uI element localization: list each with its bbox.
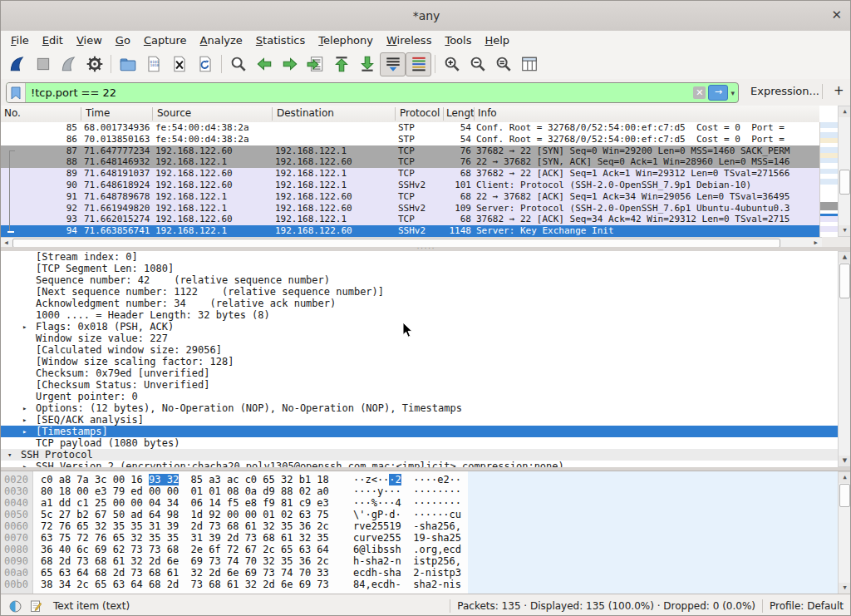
column-divider[interactable] [443,107,444,121]
menu-item-statistics[interactable]: Statistics [249,32,312,48]
packet-row[interactable]: 8568.001734936fe:54:00:d4:38:2aSTP54Conf… [1,122,819,134]
scroll-up-icon[interactable]: ▲ [839,106,851,117]
column-divider[interactable] [81,107,81,121]
restart-capture-button[interactable] [56,52,81,76]
hex-row[interactable]: 00a065 63 64 68 2d 73 68 61 32 2d 6e 69 … [1,567,838,579]
intelligent-scrollbar-minimap[interactable] [819,122,839,237]
hex-row[interactable]: 00b038 34 2c 65 63 64 68 2d 73 68 61 32 … [1,579,838,590]
filter-apply-icon[interactable]: → [708,85,728,101]
expression-button[interactable]: Expression... [750,85,819,97]
detail-line[interactable]: [Window size scaling factor: 128] [1,356,838,367]
hex-row[interactable]: 00505c 27 b2 67 50 ad 64 98 1d 92 00 00 … [1,509,838,520]
find-packet-button[interactable] [225,52,251,76]
scroll-up-icon[interactable]: ▲ [839,252,851,263]
bytes-vscrollbar[interactable]: ▲ ▼ [838,471,851,594]
scroll-up-icon[interactable]: ▲ [839,472,851,483]
capture-comment-button[interactable] [30,599,42,613]
menu-item-wireless[interactable]: Wireless [380,32,438,48]
scroll-down-icon[interactable]: ▼ [839,583,851,594]
save-capture-file-button[interactable]: 01011010 [140,52,166,76]
detail-line[interactable]: [Next sequence number: 1122 (relative se… [1,286,838,298]
packet-row[interactable]: 8670.013850163fe:54:00:d4:38:2aSTP54Conf… [1,134,819,145]
detail-line[interactable]: ▾SSH Protocol [1,449,838,461]
zoom-in-button[interactable] [439,52,465,76]
go-back-button[interactable] [251,52,277,76]
column-header-protocol[interactable]: Protocol [400,107,440,119]
go-last-packet-button[interactable] [354,52,380,76]
menu-item-help[interactable]: Help [478,32,516,48]
detail-line[interactable]: Acknowledgment number: 34 (relative ack … [1,298,838,309]
add-filter-button[interactable]: + [834,83,844,98]
detail-line[interactable]: Urgent pointer: 0 [1,391,838,402]
column-header-info[interactable]: Info [478,107,497,119]
display-filter-input[interactable]: !tcp.port == 22 [26,86,693,99]
detail-line[interactable]: Checksum: 0x79ed [unverified] [1,367,838,379]
filter-bookmark-button[interactable] [7,83,26,102]
menu-item-tools[interactable]: Tools [438,32,478,48]
packet-row[interactable]: 8771.647777234192.168.122.60192.168.122.… [1,145,819,157]
column-divider[interactable] [272,107,273,121]
packet-row[interactable]: 9171.648789678192.168.122.1192.168.122.6… [1,191,819,203]
detail-line[interactable]: ▸[SEQ/ACK analysis] [1,414,838,426]
column-header-time[interactable]: Time [86,107,110,119]
menu-item-telephony[interactable]: Telephony [312,32,380,48]
hex-row[interactable]: 0020c0 a8 7a 3c 00 16 93 32 85 a3 ac c0 … [1,474,838,485]
detail-line[interactable]: TCP payload (1080 bytes) [1,437,838,449]
filter-clear-icon[interactable]: ✕ [693,86,706,99]
status-profile[interactable]: Profile: Default [770,600,844,612]
packet-row[interactable]: 9371.662015274192.168.122.60192.168.122.… [1,214,819,225]
detail-line[interactable]: [TCP Segment Len: 1080] [1,263,838,274]
packet-row[interactable]: 9271.661949820192.168.122.1192.168.122.6… [1,203,819,214]
scroll-right-icon[interactable]: ▶ [810,239,821,247]
reload-capture-file-button[interactable] [192,52,218,76]
scroll-down-icon[interactable]: ▼ [839,225,851,236]
go-to-packet-button[interactable] [303,52,328,76]
close-icon[interactable]: ✕ [831,7,842,22]
scroll-down-icon[interactable]: ▼ [839,456,851,466]
scrollbar-thumb[interactable] [839,170,850,195]
stop-capture-button[interactable] [30,52,56,76]
expert-info-button[interactable] [9,600,22,613]
display-filter-box[interactable]: !tcp.port == 22 ✕ → ▾ [6,82,739,103]
column-header-no[interactable]: No. [4,107,21,119]
close-capture-file-button[interactable] [166,52,192,76]
detail-line[interactable]: 1000 .... = Header Length: 32 bytes (8) [1,309,838,321]
expanded-arrow-icon[interactable]: ▾ [7,449,12,461]
packet-row[interactable]: 9471.663856741192.168.122.1192.168.122.6… [1,225,819,237]
detail-line[interactable]: [Stream index: 0] [1,251,838,263]
packet-row[interactable]: 8971.648191037192.168.122.60192.168.122.… [1,168,819,180]
colorize-packets-button[interactable] [406,52,431,76]
menu-item-view[interactable]: View [70,32,109,48]
zoom-reset-button[interactable] [490,52,516,76]
auto-scroll-button[interactable] [380,52,406,76]
hex-row[interactable]: 008036 40 6c 69 62 73 73 68 2e 6f 72 67 … [1,544,838,555]
detail-line[interactable]: Sequence number: 42 (relative sequence n… [1,274,838,286]
column-header-length[interactable]: Length [446,107,474,119]
column-header-source[interactable]: Source [157,107,191,119]
hex-row[interactable]: 006072 76 65 32 35 35 31 39 2d 73 68 61 … [1,520,838,532]
detail-line[interactable]: ▸Options: (12 bytes), No-Operation (NOP)… [1,402,838,414]
column-divider[interactable] [474,107,475,121]
packet-row[interactable]: 9071.648618924192.168.122.60192.168.122.… [1,180,819,191]
column-divider[interactable] [152,107,153,121]
open-capture-file-button[interactable] [115,52,140,76]
detail-line[interactable]: [Calculated window size: 29056] [1,344,838,356]
menu-item-analyze[interactable]: Analyze [194,32,249,48]
go-forward-button[interactable] [277,52,303,76]
scrollbar-thumb[interactable] [839,484,850,507]
column-divider[interactable] [395,107,396,121]
details-vscrollbar[interactable]: ▲ ▼ [838,251,851,467]
hex-row[interactable]: 007063 75 72 76 65 32 35 35 31 39 2d 73 … [1,532,838,544]
menu-item-edit[interactable]: Edit [36,32,70,48]
column-header-destination[interactable]: Destination [277,107,334,119]
detail-line[interactable]: ▸[Timestamps] [1,426,838,437]
zoom-out-button[interactable] [465,52,490,76]
go-first-packet-button[interactable] [328,52,354,76]
hex-row[interactable]: 003080 18 00 e3 79 ed 00 00 01 01 08 0a … [1,485,838,497]
detail-line[interactable]: ▸Flags: 0x018 (PSH, ACK) [1,321,838,333]
collapsed-arrow-icon[interactable]: ▸ [22,402,27,414]
hex-row[interactable]: 009068 2d 73 68 61 32 2d 6e 69 73 74 70 … [1,555,838,567]
scrollbar-thumb[interactable] [839,264,850,298]
menu-item-capture[interactable]: Capture [137,32,194,48]
hex-row[interactable]: 0040a1 dd c1 25 00 00 04 34 06 14 f5 e8 … [1,497,838,509]
